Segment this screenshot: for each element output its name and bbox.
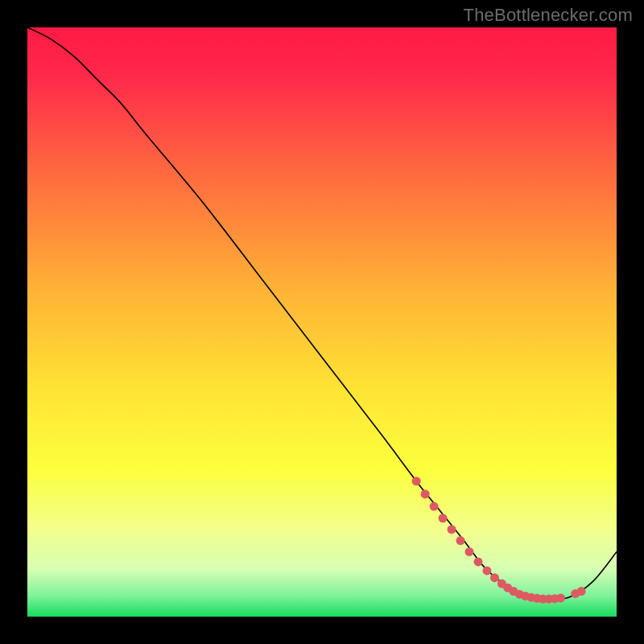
plot-area — [27, 27, 617, 617]
data-marker — [448, 525, 456, 534]
data-marker — [421, 489, 430, 498]
data-marker — [482, 566, 491, 575]
gradient-background — [27, 27, 617, 617]
watermark-label: TheBottlenecker.com — [464, 5, 633, 26]
data-marker — [439, 514, 448, 522]
data-marker — [430, 502, 439, 511]
data-marker — [465, 547, 474, 556]
data-marker — [556, 593, 565, 602]
data-marker — [577, 587, 586, 596]
data-marker — [412, 477, 421, 485]
chart-canvas — [27, 27, 617, 617]
data-marker — [456, 536, 465, 545]
chart-frame: TheBottlenecker.com — [0, 0, 644, 644]
data-marker — [473, 557, 482, 566]
data-marker — [490, 573, 499, 582]
